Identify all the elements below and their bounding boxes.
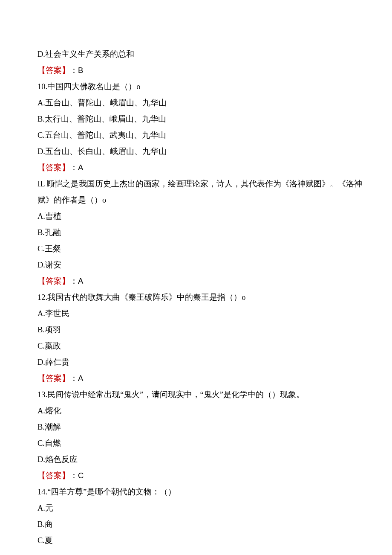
text-content: 12.我国古代的歌舞大曲《秦王破阵乐》中的秦王是指（）o: [37, 293, 245, 302]
text-line: B.商: [37, 516, 355, 532]
answer-colon: ：: [70, 163, 78, 172]
text-line: C.五台山、普陀山、武夷山、九华山: [37, 127, 355, 143]
text-line: B.项羽: [37, 322, 355, 338]
text-line: A.李世民: [37, 305, 355, 322]
text-line: D.薛仁贵: [37, 354, 355, 370]
answer-colon: ：: [70, 471, 78, 480]
text-line: A.曹植: [37, 208, 355, 224]
text-content: D.薛仁贵: [37, 358, 69, 366]
answer-label: 【答案】: [37, 66, 70, 75]
text-content: D.焰色反应: [37, 455, 78, 464]
text-content: D.社会主义生产关系的总和: [37, 50, 134, 58]
text-content: B.潮解: [37, 423, 61, 431]
answer-label: 【答案】: [37, 163, 70, 172]
text-content: C.夏: [37, 536, 53, 545]
answer-colon: ：: [70, 374, 78, 383]
answer-label: 【答案】: [37, 374, 70, 383]
text-content: A.李世民: [37, 309, 69, 318]
text-line: C.夏: [37, 532, 355, 549]
text-line: B.潮解: [37, 419, 355, 435]
text-line: B.孔融: [37, 224, 355, 241]
text-content: A.元: [37, 504, 53, 512]
answer-value: A: [78, 276, 83, 285]
answer-line: 【答案】：A: [37, 370, 355, 386]
answer-colon: ：: [70, 277, 78, 285]
text-line: A.熔化: [37, 403, 355, 419]
text-line: D.五台山、长白山、峨眉山、九华山: [37, 143, 355, 160]
text-content: B.项羽: [37, 325, 61, 334]
text-line: D.社会主义生产关系的总和: [37, 46, 355, 62]
text-content: A.曹植: [37, 212, 61, 221]
text-content: B.太行山、普陀山、峨眉山、九华山: [37, 115, 166, 123]
text-line: B.太行山、普陀山、峨眉山、九华山: [37, 111, 355, 127]
text-content: C.王粲: [37, 244, 61, 253]
text-content: A.熔化: [37, 407, 61, 415]
document-page: D.社会主义生产关系的总和【答案】：B10.中国四大佛教名山是（）oA.五台山、…: [0, 0, 392, 555]
text-line: A.五台山、普陀山、峨眉山、九华山: [37, 95, 355, 111]
text-line: C.嬴政: [37, 338, 355, 354]
answer-line: 【答案】：A: [37, 273, 355, 289]
text-line: 12.我国古代的歌舞大曲《秦王破阵乐》中的秦王是指（）o: [37, 289, 355, 305]
text-content: C.五台山、普陀山、武夷山、九华山: [37, 131, 166, 139]
answer-value: C: [78, 471, 84, 480]
text-line: 10.中国四大佛教名山是（）o: [37, 78, 355, 95]
text-content: B.商: [37, 520, 53, 529]
text-line: IL 顾恺之是我国历史上杰出的画家，绘画理论家，诗人，其代表作为《洛神赋图》。《…: [37, 176, 355, 192]
text-content: D.谢安: [37, 261, 61, 269]
text-content: IL 顾恺之是我国历史上杰出的画家，绘画理论家，诗人，其代表作为《洛神赋图》。《…: [37, 180, 362, 188]
text-content: 14.“四羊方尊”是哪个朝代的文物：（）: [37, 488, 176, 496]
answer-line: 【答案】：A: [37, 160, 355, 176]
answer-colon: ：: [70, 66, 78, 75]
text-line: 赋》的作者是（）o: [37, 192, 355, 208]
text-line: C.王粲: [37, 241, 355, 257]
text-content: 赋》的作者是（）o: [37, 196, 106, 204]
text-line: D.焰色反应: [37, 451, 355, 468]
answer-line: 【答案】：C: [37, 468, 355, 484]
text-line: C.自燃: [37, 435, 355, 451]
text-content: 13.民间传说中经常出现“鬼火”，请问现实中，“鬼火”是化学中的（）现象。: [37, 390, 304, 399]
answer-line: 【答案】：B: [37, 62, 355, 78]
answer-value: B: [78, 66, 83, 75]
text-line: A.元: [37, 500, 355, 516]
answer-label: 【答案】: [37, 471, 70, 480]
answer-value: A: [78, 374, 83, 383]
text-content: A.五台山、普陀山、峨眉山、九华山: [37, 99, 167, 107]
text-content: D.五台山、长白山、峨眉山、九华山: [37, 147, 167, 156]
text-line: 13.民间传说中经常出现“鬼火”，请问现实中，“鬼火”是化学中的（）现象。: [37, 386, 355, 403]
text-content: C.嬴政: [37, 342, 61, 350]
text-content: 10.中国四大佛教名山是（）o: [37, 82, 140, 91]
answer-label: 【答案】: [37, 277, 70, 285]
text-content: C.自燃: [37, 439, 61, 447]
text-line: 14.“四羊方尊”是哪个朝代的文物：（）: [37, 484, 355, 500]
answer-value: A: [78, 163, 83, 172]
text-line: D.谢安: [37, 257, 355, 273]
text-content: B.孔融: [37, 228, 61, 237]
